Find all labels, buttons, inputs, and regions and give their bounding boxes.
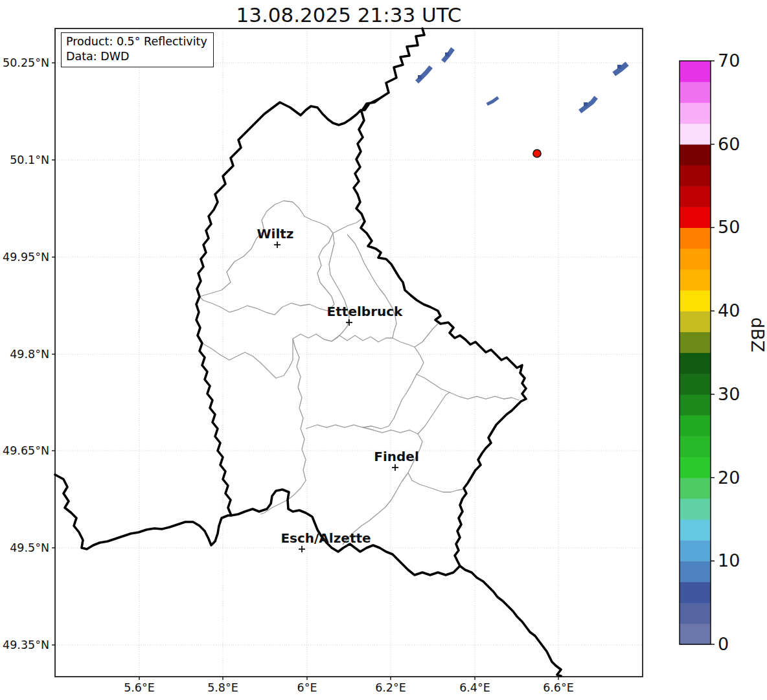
canton-border-diekirch-west	[329, 233, 349, 341]
x-tick-label: 5.6°E	[124, 681, 155, 694]
canton-border-central	[202, 334, 415, 378]
colorbar-band	[680, 61, 711, 82]
colorbar-band	[680, 332, 711, 353]
canton-border-wiltz	[200, 201, 334, 315]
colorbar-band	[680, 102, 711, 124]
colorbar-band	[680, 186, 711, 207]
colorbar-band	[680, 311, 711, 332]
colorbar-unit-label: dBZ	[748, 317, 767, 352]
radar-site-layer	[533, 150, 541, 157]
colorbar-tick-label: 40	[718, 300, 740, 321]
colorbar-band	[680, 540, 711, 561]
product-info-box: Product: 0.5° Reflectivity Data: DWD	[61, 32, 214, 67]
canton-borders	[200, 201, 519, 545]
colorbar-band	[680, 353, 711, 374]
x-tick-label: 6°E	[297, 681, 317, 694]
colorbar-band	[680, 269, 711, 291]
city-label: Findel	[374, 449, 419, 464]
y-tick-label: 50.25°N	[3, 56, 49, 69]
colorbar-band	[680, 436, 711, 457]
colorbar-band	[680, 227, 711, 249]
colorbar-band	[680, 561, 711, 582]
colorbar-tick-label: 50	[718, 217, 740, 237]
canton-border-luxembourg-north	[306, 374, 417, 429]
colorbar-tick-label: 30	[718, 384, 740, 404]
canton-border-echternach-north	[415, 324, 438, 347]
radar-echo-core	[445, 52, 449, 56]
y-tick-label: 49.95°N	[3, 251, 49, 264]
colorbar-band	[680, 394, 711, 416]
city-label: Ettelbruck	[327, 304, 403, 319]
product-info-line2: Data: DWD	[66, 49, 207, 64]
colorbar-band	[680, 165, 711, 186]
colorbar-band	[680, 457, 711, 478]
colorbar-tick-label: 60	[718, 134, 740, 154]
y-tick-label: 49.35°N	[3, 638, 49, 651]
colorbar-band	[680, 290, 711, 311]
colorbar-band	[680, 249, 711, 270]
x-tick-label: 6.6°E	[543, 681, 574, 694]
radar-echo-core	[418, 75, 422, 79]
radar-echo-core	[617, 65, 621, 69]
canton-border-grevenmacher	[415, 347, 519, 400]
grid-layer	[55, 28, 643, 677]
colorbar-band	[680, 499, 711, 520]
country-borders	[55, 28, 561, 676]
canton-border-capellen	[260, 339, 306, 514]
colorbar-band	[680, 624, 711, 645]
y-tick-label: 49.65°N	[3, 444, 49, 457]
colorbar-band	[680, 519, 711, 541]
colorbar-tick-label: 0	[718, 634, 729, 654]
canton-border-diekirch-east	[347, 234, 396, 338]
colorbar-band	[680, 124, 711, 145]
y-tick-label: 49.5°N	[10, 541, 49, 554]
colorbar-band	[680, 478, 711, 499]
colorbar-tick-label: 70	[718, 51, 740, 71]
canton-border-clervaux	[333, 219, 361, 233]
axis-layer: 5.6°E5.8°E6°E6.2°E6.4°E6.6°E50.25°N50.1°…	[3, 28, 643, 694]
plot-frame	[55, 28, 643, 677]
border-belgium-germany	[380, 28, 424, 98]
x-tick-label: 6.4°E	[459, 681, 490, 694]
colorbar-band	[680, 415, 711, 436]
colorbar-band	[680, 603, 711, 624]
radar-echo-layer	[418, 51, 625, 110]
colorbar-band	[680, 581, 711, 603]
luxembourg-border	[196, 98, 526, 575]
x-tick-label: 6.2°E	[375, 681, 406, 694]
radar-echo-core	[584, 102, 588, 106]
colorbar-band	[680, 374, 711, 395]
city-label: Esch/Alzette	[280, 530, 371, 546]
colorbar-band	[680, 144, 711, 166]
y-tick-label: 49.8°N	[10, 348, 49, 361]
radar-map-figure: WiltzEttelbruckFindelEsch/Alzette 5.6°E5…	[0, 0, 767, 700]
colorbar-tick-label: 20	[718, 468, 740, 488]
radar-echo	[488, 98, 497, 104]
y-tick-label: 50.1°N	[10, 153, 49, 166]
product-info-line1: Product: 0.5° Reflectivity	[66, 34, 207, 49]
colorbar-layer: 010203040506070dBZ	[680, 51, 767, 654]
colorbar-band	[680, 207, 711, 228]
colorbar-tick-label: 10	[718, 550, 740, 570]
border-france-belgium	[55, 475, 231, 549]
x-tick-label: 5.8°E	[207, 681, 238, 694]
radar-site-dot	[533, 150, 541, 157]
city-label: Wiltz	[257, 226, 294, 242]
colorbar-band	[680, 82, 711, 103]
